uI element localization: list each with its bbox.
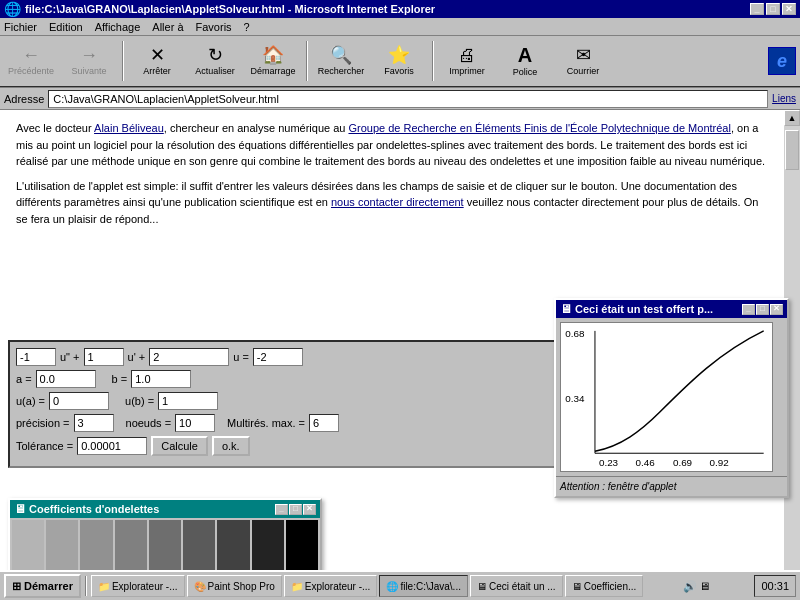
address-label: Adresse bbox=[4, 93, 44, 105]
svg-text:0.68: 0.68 bbox=[565, 328, 585, 339]
coeff-window-title: Coefficients d'ondelettes bbox=[29, 501, 159, 518]
main-content: ▲ ▼ Avec le docteur Alain Béliveau, cher… bbox=[0, 110, 800, 600]
test-minimize-btn[interactable]: _ bbox=[742, 304, 755, 315]
speaker-icon: 🔊 bbox=[683, 580, 697, 593]
label-ub: u(b) = bbox=[125, 393, 154, 410]
toolbar-sep-2 bbox=[306, 41, 308, 81]
graph-svg: 0.68 0.34 0.23 0.46 0.69 0.92 bbox=[561, 323, 772, 471]
coeff-close-btn[interactable]: ✕ bbox=[303, 504, 316, 515]
applet-area: u" + u' + u = a = b = u(a) = u(b) = bbox=[8, 340, 558, 468]
network-icon: 🖥 bbox=[699, 580, 710, 592]
taskbar: ⊞ Démarrer 📁 Explorateur -... 🎨 Paint Sh… bbox=[0, 570, 800, 600]
test-window-titlebar[interactable]: 🖥 Ceci était un test offert p... _ □ ✕ bbox=[556, 300, 787, 318]
label-tolerance: Tolérance = bbox=[16, 438, 73, 455]
forward-icon: → bbox=[80, 46, 98, 64]
params-row: précision = noeuds = Multirés. max. = bbox=[16, 414, 550, 432]
start-button[interactable]: ⊞ Démarrer bbox=[4, 574, 81, 598]
back-button[interactable]: ← Précédente bbox=[4, 38, 58, 84]
menu-aller[interactable]: Aller à bbox=[152, 21, 183, 33]
link-contact[interactable]: nous contacter directement bbox=[331, 196, 464, 208]
window-controls[interactable]: _ □ ✕ bbox=[750, 3, 796, 15]
links-label[interactable]: Liens bbox=[772, 93, 796, 104]
home-icon: 🏠 bbox=[262, 46, 284, 64]
ok-button[interactable]: o.k. bbox=[212, 436, 250, 456]
a-input[interactable] bbox=[36, 370, 96, 388]
start-icon: ⊞ bbox=[12, 580, 21, 593]
scroll-up-button[interactable]: ▲ bbox=[784, 110, 800, 126]
page-content: Avec le docteur Alain Béliveau, chercheu… bbox=[0, 110, 784, 600]
coeff-maximize-btn[interactable]: □ bbox=[289, 504, 302, 515]
forward-button[interactable]: → Suivante bbox=[62, 38, 116, 84]
address-bar: Adresse Liens bbox=[0, 88, 800, 110]
test-window-controls[interactable]: _ □ ✕ bbox=[742, 304, 783, 315]
search-icon: 🔍 bbox=[330, 46, 352, 64]
explorer1-icon: 📁 bbox=[98, 581, 110, 592]
taskbar-btn-explorer2[interactable]: 📁 Explorateur -... bbox=[284, 575, 378, 597]
coeff-taskbar-icon: 🖥 bbox=[572, 581, 582, 592]
ua-input[interactable] bbox=[49, 392, 109, 410]
explorer1-label: Explorateur -... bbox=[112, 581, 178, 592]
ie-taskbar-icon: 🌐 bbox=[386, 581, 398, 592]
menu-favoris[interactable]: Favoris bbox=[196, 21, 232, 33]
noeuds-input[interactable] bbox=[175, 414, 215, 432]
coeff-minimize-btn[interactable]: _ bbox=[275, 504, 288, 515]
explorer2-icon: 📁 bbox=[291, 581, 303, 592]
scroll-thumb[interactable] bbox=[785, 130, 799, 170]
back-icon: ← bbox=[22, 46, 40, 64]
refresh-button[interactable]: ↻ Actualiser bbox=[188, 38, 242, 84]
toolbar-sep-3 bbox=[432, 41, 434, 81]
link-alain[interactable]: Alain Béliveau bbox=[94, 122, 164, 134]
favorites-icon: ⭐ bbox=[388, 46, 410, 64]
stop-button[interactable]: ✕ Arrêter bbox=[130, 38, 184, 84]
print-button[interactable]: 🖨 Imprimer bbox=[440, 38, 494, 84]
close-button[interactable]: ✕ bbox=[782, 3, 796, 15]
ie-logo: e bbox=[768, 47, 796, 75]
test-close-btn[interactable]: ✕ bbox=[770, 304, 783, 315]
coeff-taskbar-label: Coefficien... bbox=[584, 581, 637, 592]
taskbar-btn-explorer1[interactable]: 📁 Explorateur -... bbox=[91, 575, 185, 597]
search-button[interactable]: 🔍 Rechercher bbox=[314, 38, 368, 84]
address-input[interactable] bbox=[48, 90, 768, 108]
precision-input[interactable] bbox=[74, 414, 114, 432]
taskbar-btn-ie[interactable]: 🌐 file:C:\Java\... bbox=[379, 575, 468, 597]
menu-affichage[interactable]: Affichage bbox=[95, 21, 141, 33]
uab-row: u(a) = u(b) = bbox=[16, 392, 550, 410]
coeff-window-titlebar[interactable]: 🖥 Coefficients d'ondelettes _ □ ✕ bbox=[10, 500, 320, 518]
taskbar-btn-paintshop[interactable]: 🎨 Paint Shop Pro bbox=[187, 575, 282, 597]
multires-input[interactable] bbox=[309, 414, 339, 432]
ub-input[interactable] bbox=[158, 392, 218, 410]
title-bar: 🌐 file:C:\Java\GRANO\Laplacien\AppletSol… bbox=[0, 0, 800, 18]
label-noeuds: noeuds = bbox=[126, 415, 172, 432]
label-u1: u' + bbox=[128, 349, 146, 366]
test-window-attention: Attention : fenêtre d'applet bbox=[556, 476, 787, 496]
equation-row: u" + u' + u = bbox=[16, 348, 550, 366]
tolerance-input[interactable] bbox=[77, 437, 147, 455]
paintshop-label: Paint Shop Pro bbox=[208, 581, 275, 592]
start-label: Démarrer bbox=[24, 580, 73, 592]
font-button[interactable]: A Police bbox=[498, 38, 552, 84]
taskbar-btn-coeff[interactable]: 🖥 Coefficien... bbox=[565, 575, 644, 597]
favorites-button[interactable]: ⭐ Favoris bbox=[372, 38, 426, 84]
coeff3-input[interactable] bbox=[149, 348, 229, 366]
ie-taskbar-label: file:C:\Java\... bbox=[400, 581, 461, 592]
home-button[interactable]: 🏠 Démarrage bbox=[246, 38, 300, 84]
menu-help[interactable]: ? bbox=[244, 21, 250, 33]
taskbar-btn-ceci[interactable]: 🖥 Ceci était un ... bbox=[470, 575, 563, 597]
link-group[interactable]: Groupe de Recherche en Éléments Finis de… bbox=[348, 122, 730, 134]
explorer2-label: Explorateur -... bbox=[305, 581, 371, 592]
menu-fichier[interactable]: Fichier bbox=[4, 21, 37, 33]
calcule-button[interactable]: Calcule bbox=[151, 436, 208, 456]
coeff2-input[interactable] bbox=[84, 348, 124, 366]
svg-text:0.34: 0.34 bbox=[565, 393, 585, 404]
menu-edition[interactable]: Edition bbox=[49, 21, 83, 33]
test-maximize-btn[interactable]: □ bbox=[756, 304, 769, 315]
label-u0: u = bbox=[233, 349, 249, 366]
mail-button[interactable]: ✉ Courrier bbox=[556, 38, 610, 84]
coeff-window-controls[interactable]: _ □ ✕ bbox=[275, 504, 316, 515]
coeff4-input[interactable] bbox=[253, 348, 303, 366]
label-multires: Multirés. max. = bbox=[227, 415, 305, 432]
maximize-button[interactable]: □ bbox=[766, 3, 780, 15]
coeff1-input[interactable] bbox=[16, 348, 56, 366]
minimize-button[interactable]: _ bbox=[750, 3, 764, 15]
b-input[interactable] bbox=[131, 370, 191, 388]
